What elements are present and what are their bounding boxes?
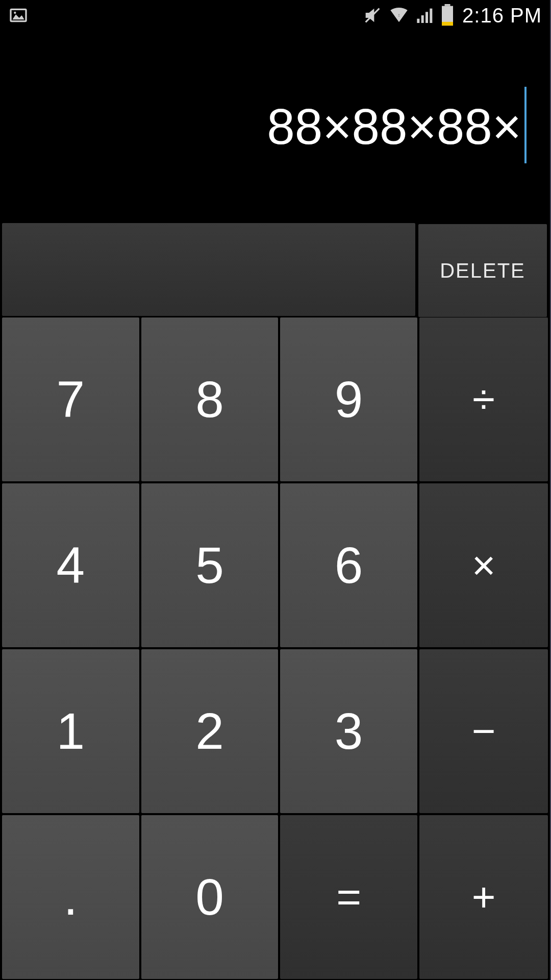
svg-text:↕: ↕ [398,12,400,18]
screenshot-icon [8,5,29,26]
key-6[interactable]: 6 [280,483,417,647]
svg-point-1 [14,12,16,14]
key-multiply[interactable]: × [419,483,548,647]
key-2[interactable]: 2 [141,649,279,813]
key-add[interactable]: + [419,815,548,979]
key-7[interactable]: 7 [2,317,139,481]
keypad-top-row: DELETE [0,223,550,316]
key-dot[interactable]: . [2,815,139,979]
key-8[interactable]: 8 [141,317,279,481]
key-divide[interactable]: ÷ [419,317,548,481]
mute-icon [362,5,383,26]
svg-rect-10 [442,22,453,26]
text-cursor [524,87,527,163]
key-equals[interactable]: = [280,815,417,979]
svg-rect-8 [445,4,450,6]
key-3[interactable]: 3 [280,649,417,813]
key-1[interactable]: 1 [2,649,139,813]
display-expression: 88×88×88× [267,98,521,156]
key-5[interactable]: 5 [141,483,279,647]
keypad: DELETE 7 8 9 ÷ 4 5 6 × 1 2 3 − . 0 = + [0,223,550,980]
status-right: ↕ 2:16 PM [362,4,542,27]
status-bar: ↕ 2:16 PM [0,0,550,31]
key-9[interactable]: 9 [280,317,417,481]
svg-rect-7 [430,9,432,23]
signal-icon [415,5,436,26]
key-0[interactable]: 0 [141,815,279,979]
keypad-blank-area [2,223,415,316]
status-left [8,5,29,26]
svg-rect-5 [421,15,424,23]
wifi-icon: ↕ [388,5,410,26]
key-subtract[interactable]: − [419,649,548,813]
delete-button[interactable]: DELETE [418,224,547,317]
svg-rect-6 [425,12,428,23]
battery-icon [441,4,454,27]
key-4[interactable]: 4 [2,483,139,647]
svg-rect-4 [417,19,419,23]
status-time: 2:16 PM [462,4,542,27]
calculator-display[interactable]: 88×88×88× [0,31,550,223]
